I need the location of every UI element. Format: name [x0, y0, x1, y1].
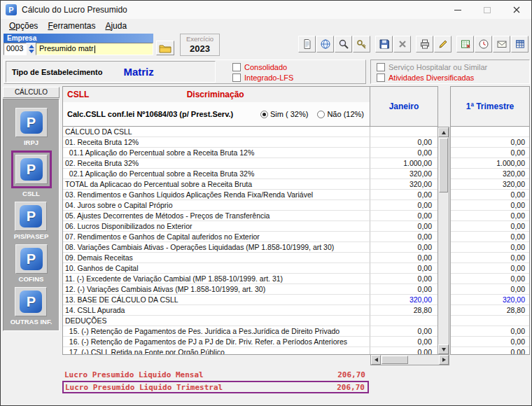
clock-icon — [478, 38, 489, 50]
calc-option-row: Calc.CSLL conf.lei Nº10684/03 (p/ Prest.… — [62, 102, 370, 127]
table-row[interactable]: 01. Receita Bruta 12% 0,00 — [63, 137, 438, 148]
sidebar-item[interactable]: P IRPJ — [15, 108, 48, 146]
table-row[interactable]: 03. Rendimentos e Ganhos Líquidos Aplica… — [63, 190, 438, 200]
menu-bar: OpçõesFerramentasAjuda — [1, 19, 531, 33]
radio-sim[interactable]: Sim ( 32%) — [260, 110, 308, 118]
code-spinner[interactable] — [27, 43, 35, 55]
table-row[interactable]: 11. (-) Excedente de Variação Cambial (M… — [63, 274, 438, 284]
row-month-cell: 0,00 — [370, 274, 438, 284]
sidebar-tile-button[interactable]: P — [15, 155, 48, 184]
radio-sim-label: Sim ( 32%) — [270, 110, 308, 118]
key-button[interactable] — [353, 36, 370, 52]
row-month-cell: 0,00 — [370, 148, 438, 158]
close-icon — [513, 6, 520, 13]
menu-item[interactable]: Ajuda — [100, 20, 132, 32]
row-month-cell: 0,00 — [370, 284, 438, 295]
table-row[interactable]: 09. Demais Receitas 0,00 — [63, 253, 438, 263]
sidebar-item[interactable]: P OUTRAS INF. — [10, 287, 52, 326]
table-row[interactable]: CÁLCULO DA CSLL — [63, 127, 438, 137]
grid-title: CSLL — [67, 90, 89, 99]
sidebar-tile-button[interactable]: P — [15, 108, 48, 137]
scroll-up-button[interactable] — [438, 127, 449, 137]
table-row[interactable]: 02. Receita Bruta 32% 1.000,00 — [63, 158, 438, 169]
scroll-left-button[interactable] — [371, 355, 381, 365]
sidebar-item[interactable]: P CSLL — [11, 150, 52, 197]
close-button[interactable] — [502, 1, 531, 19]
hospitalar-checkbox[interactable] — [377, 63, 385, 71]
table-row[interactable]: TOTAL da Aplicacao do Percentual sobre a… — [63, 179, 438, 190]
sidebar-item[interactable]: P PIS/PASEP — [14, 202, 48, 240]
table-row[interactable]: 02.1 Aplicação do Percentual sobre a Rec… — [63, 169, 438, 179]
calc-option-label: Calc.CSLL conf.lei Nº10684/03 (p/ Prest.… — [67, 110, 233, 118]
vertical-scroll-track[interactable] — [438, 193, 449, 344]
table-row[interactable]: 10. Ganhos de Capital 0,00 — [63, 263, 438, 274]
p-logo-letter: P — [27, 294, 36, 310]
sidebar-tile-button[interactable]: P — [15, 287, 47, 316]
print-button[interactable] — [416, 36, 433, 52]
table-row[interactable]: 15. (-) Retenção de Pagamentos de Pes. J… — [63, 326, 438, 337]
table-row[interactable]: DEDUÇÕES — [63, 316, 438, 326]
arrow-up-icon — [442, 131, 446, 134]
table-row[interactable]: 16. (-) Retenção de Pagamentos de PJ a P… — [63, 337, 438, 347]
row-quarter-cell: 0,00 — [451, 137, 529, 148]
minimize-icon — [454, 10, 461, 10]
integrado-checkbox[interactable] — [232, 74, 241, 82]
vertical-scroll-thumb[interactable] — [439, 138, 448, 192]
maximize-button[interactable] — [472, 1, 502, 19]
radio-sim-icon — [260, 111, 268, 118]
row-quarter-cell: 0,00 — [451, 274, 529, 284]
vertical-scrollbar[interactable] — [438, 127, 449, 355]
radio-nao[interactable]: Não (12%) — [317, 110, 364, 118]
menu-item[interactable]: Opções — [4, 20, 43, 32]
sidebar-tile-button[interactable]: P — [15, 202, 47, 231]
table-row[interactable]: 08. Variações Cambiais Ativas - Operaçõe… — [63, 242, 438, 253]
row-quarter-cell: 0,00 — [451, 232, 529, 242]
save-button[interactable] — [375, 36, 393, 52]
title-bar: P Cálculo do Lucro Presumido — [1, 1, 531, 19]
open-company-button[interactable] — [156, 41, 174, 55]
integrado-row: Integrado-LFS — [232, 72, 293, 83]
export-excel-button[interactable] — [456, 36, 474, 52]
sidebar-item[interactable]: P COFINS — [15, 244, 48, 283]
help-button[interactable] — [316, 36, 334, 52]
table-row[interactable]: 01.1 Aplicação do Percentual sobre a Rec… — [63, 148, 438, 158]
sidebar-tile-button[interactable]: P — [15, 244, 48, 274]
new-document-button[interactable] — [298, 36, 316, 52]
diversificadas-row: Atividades Diversificadas — [377, 72, 529, 83]
table-row[interactable]: 06. Lucros Disponibilizados no Exterior … — [63, 221, 438, 232]
window-title: Cálculo do Lucro Presumido — [22, 5, 127, 15]
table-row[interactable]: 04. Juros sobre o Capital Próprio 0,00 — [63, 200, 438, 211]
spinner-down-icon — [29, 50, 34, 53]
table-row[interactable]: 13. BASE DE CÁLCULO DA CSLL 320,00 — [63, 295, 438, 305]
delete-button[interactable] — [393, 36, 411, 52]
table-row[interactable]: 12. (-) Variações Cambiais Ativas (MP 1.… — [63, 284, 438, 295]
calc-radio-group: Sim ( 32%) Não (12%) — [260, 110, 364, 118]
row-month-cell: 0,00 — [370, 221, 438, 232]
sign-button[interactable] — [434, 36, 451, 52]
scroll-right-button[interactable] — [439, 355, 449, 365]
row-month-cell: 0,00 — [370, 263, 438, 274]
table-row[interactable]: 14. CSLL Apurada 28,80 — [63, 305, 438, 316]
consolidado-checkbox[interactable] — [232, 63, 241, 71]
horizontal-scroll-thumb[interactable] — [382, 356, 408, 364]
schedule-button[interactable] — [475, 36, 492, 52]
horizontal-scrollbar[interactable] — [370, 355, 449, 365]
row-quarter-cell: 0,00 — [451, 347, 529, 355]
horizontal-scroll-track[interactable] — [409, 355, 439, 365]
quarter-column-body: 0,00 0,00 1.000,00 320,00 320,00 0,00 0,… — [450, 127, 530, 355]
table-row[interactable]: 17. (-) CSLL Retida na Fonte por Orgão P… — [63, 347, 438, 355]
menu-item[interactable]: Ferramentas — [43, 20, 100, 32]
email-button[interactable] — [493, 36, 510, 52]
scroll-down-button[interactable] — [438, 344, 449, 354]
empresa-code-field[interactable]: 0003 — [4, 43, 27, 55]
delete-icon — [397, 38, 408, 50]
table-row[interactable]: 07. Rendimentos e Ganhos de Capital aufe… — [63, 232, 438, 242]
table-button[interactable] — [511, 36, 528, 52]
minimize-button[interactable] — [443, 1, 472, 19]
empresa-name-field[interactable]: Presumido matr — [36, 43, 153, 55]
lucro-mensal-value: 206,70 — [337, 370, 365, 379]
table-row[interactable]: 05. Ajustes Decorrentes de Métodos - Pre… — [63, 211, 438, 221]
diversificadas-checkbox[interactable] — [377, 74, 385, 82]
row-label-cell: DEDUÇÕES — [63, 316, 370, 326]
search-button[interactable] — [335, 36, 352, 52]
